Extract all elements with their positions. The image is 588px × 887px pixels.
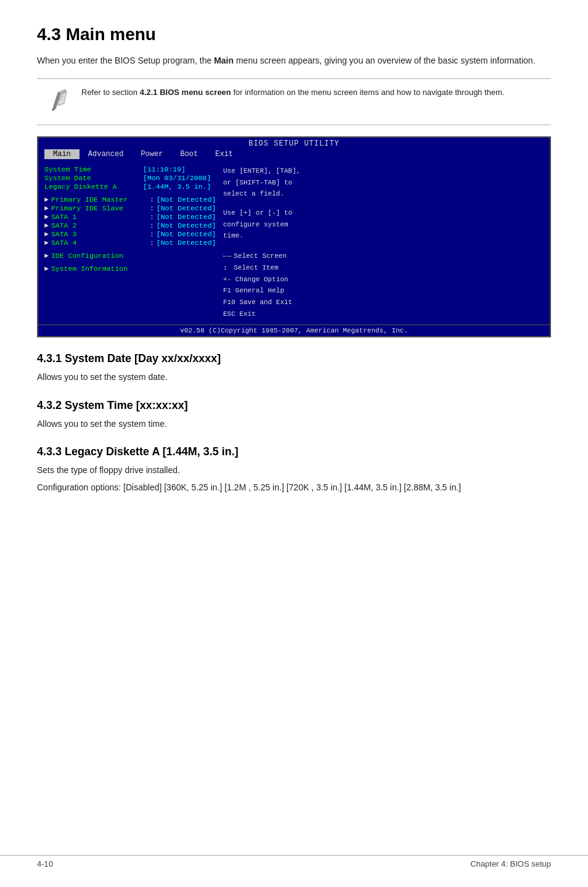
bios-body: System Time [11:10:19] System Date [Mon …: [38, 160, 550, 324]
help-line-6: time.: [223, 232, 243, 239]
nav-select-item-label: Select Item: [230, 262, 279, 274]
note-bold: 4.2.1 BIOS menu screen: [140, 88, 231, 97]
note-text: Refer to section 4.2.1 BIOS menu screen …: [81, 86, 504, 99]
nav-save-exit: F10 Save and Exit: [223, 297, 544, 308]
bios-primary-ide-slave-row[interactable]: ► Primary IDE Slave : [Not Detected]: [44, 204, 217, 212]
arrow-icon-ide-config: ►: [44, 252, 49, 260]
note-text-before: Refer to section: [81, 88, 140, 97]
primary-ide-slave-value: [Not Detected]: [157, 204, 216, 212]
intro-paragraph: When you enter the BIOS Setup program, t…: [37, 54, 551, 67]
bios-help-text-1: Use [ENTER], [TAB], or [SHIFT-TAB] to se…: [223, 165, 544, 200]
bios-tab-exit[interactable]: Exit: [206, 149, 242, 159]
bios-left-panel: System Time [11:10:19] System Date [Mon …: [44, 165, 217, 320]
ide-config-label: IDE Configuration: [51, 252, 150, 260]
bios-ide-config-row[interactable]: ► IDE Configuration: [44, 252, 217, 260]
sata1-label: SATA 1: [51, 213, 150, 221]
bios-tab-main[interactable]: Main: [44, 149, 80, 159]
bios-legacy-diskette-row: Legacy Diskette A [1.44M, 3.5 in.]: [44, 183, 217, 191]
arrow-icon-sata2: ►: [44, 221, 49, 229]
help-line-3: select a field.: [223, 190, 284, 197]
intro-text-after: menu screen appears, giving you an overv…: [234, 56, 535, 65]
intro-bold: Main: [214, 56, 234, 65]
sata2-value: [Not Detected]: [157, 221, 216, 229]
bios-system-fields: System Time [11:10:19] System Date [Mon …: [44, 165, 217, 191]
bios-tab-power[interactable]: Power: [132, 149, 171, 159]
sata2-label: SATA 2: [51, 221, 150, 229]
note-box: Refer to section 4.2.1 BIOS menu screen …: [37, 78, 551, 125]
bios-tab-advanced[interactable]: Advanced: [80, 149, 133, 159]
colon-4: :: [150, 221, 154, 229]
nav-change-option-label: +- Change Option: [223, 274, 288, 286]
bios-help-text-2: Use [+] or [-] to configure system time.: [223, 207, 544, 242]
nav-esc-exit: ESC Exit: [223, 308, 544, 320]
nav-esc-exit-label: ESC Exit: [223, 308, 256, 320]
arrow-icon-sata1: ►: [44, 213, 49, 221]
bios-sata3-row[interactable]: ► SATA 3 : [Not Detected]: [44, 230, 217, 238]
bios-screen: BIOS SETUP UTILITY Main Advanced Power B…: [37, 136, 551, 337]
sata4-label: SATA 4: [51, 239, 150, 247]
colon-3: :: [150, 213, 154, 221]
system-date-label: System Date: [44, 174, 143, 182]
nav-arrows-item: ↕: [223, 262, 227, 274]
help-line-2: or [SHIFT-TAB] to: [223, 179, 292, 186]
sata3-value: [Not Detected]: [157, 230, 216, 238]
bios-system-date-row: System Date [Mon 03/31/2008]: [44, 174, 217, 182]
colon-5: :: [150, 230, 154, 238]
arrow-icon-primary-ide-master: ►: [44, 196, 49, 204]
help-line-4: Use [+] or [-] to: [223, 209, 292, 217]
footer-chapter: Chapter 4: BIOS setup: [470, 859, 551, 868]
section-431-desc: Allows you to set the system date.: [37, 370, 551, 384]
arrow-icon-sata3: ►: [44, 230, 49, 238]
arrow-icon-primary-ide-slave: ►: [44, 204, 49, 212]
nav-save-exit-label: F10 Save and Exit: [223, 297, 292, 308]
bios-sysinfo-section: ► System Information: [44, 265, 217, 273]
bios-footer: v02.58 (C)Copyright 1985-2007, American …: [38, 324, 550, 336]
system-date-value[interactable]: [Mon 03/31/2008]: [143, 174, 211, 182]
nav-select-item: ↕ Select Item: [223, 262, 544, 274]
nav-general-help: F1 General Help: [223, 285, 544, 297]
bios-sata4-row[interactable]: ► SATA 4 : [Not Detected]: [44, 239, 217, 247]
arrow-icon-sysinfo: ►: [44, 265, 49, 273]
sata3-label: SATA 3: [51, 230, 150, 238]
bios-system-time-row: System Time [11:10:19]: [44, 165, 217, 173]
sata4-value: [Not Detected]: [157, 239, 216, 247]
legacy-diskette-value[interactable]: [1.44M, 3.5 in.]: [143, 183, 211, 191]
nav-arrows-screen: ←→: [223, 250, 231, 262]
nav-select-screen: ←→ Select Screen: [223, 250, 544, 262]
bios-right-panel: Use [ENTER], [TAB], or [SHIFT-TAB] to se…: [223, 165, 544, 320]
bios-primary-ide-master-row[interactable]: ► Primary IDE Master : [Not Detected]: [44, 196, 217, 204]
section-433-desc2: Configuration options: [Disabled] [360K,…: [37, 481, 551, 494]
primary-ide-slave-label: Primary IDE Slave: [51, 204, 150, 212]
bios-tab-boot[interactable]: Boot: [171, 149, 206, 159]
section-433-title: 4.3.3 Legacy Diskette A [1.44M, 3.5 in.]: [37, 445, 551, 458]
bios-menu-bar: Main Advanced Power Boot Exit: [38, 148, 550, 160]
section-431-title: 4.3.1 System Date [Day xx/xx/xxxx]: [37, 352, 551, 365]
nav-general-help-label: F1 General Help: [223, 285, 284, 297]
colon-2: :: [150, 204, 154, 212]
section-432-title: 4.3.2 System Time [xx:xx:xx]: [37, 399, 551, 412]
sysinfo-label: System Information: [51, 265, 150, 273]
arrow-icon-sata4: ►: [44, 239, 49, 247]
sata1-value: [Not Detected]: [157, 213, 216, 221]
primary-ide-master-value: [Not Detected]: [157, 196, 216, 204]
page-title: 4.3 Main menu: [37, 25, 551, 44]
primary-ide-master-label: Primary IDE Master: [51, 196, 150, 204]
footer-page-number: 4-10: [37, 859, 53, 868]
section-433-desc1: Sets the type of floppy drive installed.: [37, 463, 551, 477]
bios-sysinfo-row[interactable]: ► System Information: [44, 265, 217, 273]
bios-nav-info: ←→ Select Screen ↕ Select Item +- Change…: [223, 250, 544, 320]
colon-6: :: [150, 239, 154, 247]
intro-text-before: When you enter the BIOS Setup program, t…: [37, 56, 214, 65]
note-icon: [47, 86, 71, 117]
section-432-desc: Allows you to set the system time.: [37, 417, 551, 431]
page-footer: 4-10 Chapter 4: BIOS setup: [0, 855, 588, 868]
nav-select-screen-label: Select Screen: [234, 250, 287, 262]
bios-sata2-row[interactable]: ► SATA 2 : [Not Detected]: [44, 221, 217, 229]
system-time-label: System Time: [44, 165, 143, 173]
system-time-value[interactable]: [11:10:19]: [143, 165, 186, 173]
note-text-after: for information on the menu screen items…: [231, 88, 505, 97]
legacy-diskette-label: Legacy Diskette A: [44, 183, 143, 191]
bios-sata1-row[interactable]: ► SATA 1 : [Not Detected]: [44, 213, 217, 221]
bios-sub-items: ► IDE Configuration: [44, 252, 217, 260]
bios-drives-section: ► Primary IDE Master : [Not Detected] ► …: [44, 196, 217, 247]
